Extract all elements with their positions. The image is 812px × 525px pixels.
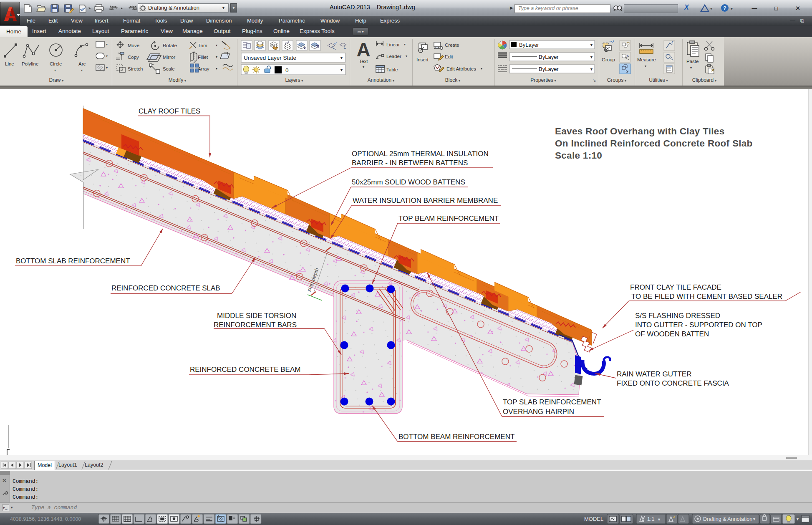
svg-text:▼: ▼ bbox=[590, 55, 593, 59]
svg-text:WATER INSULATION BARRIER MEMBR: WATER INSULATION BARRIER MEMBRANE bbox=[353, 197, 498, 204]
svg-text:Polyline: Polyline bbox=[22, 61, 38, 66]
svg-text:▾: ▾ bbox=[406, 54, 407, 58]
svg-text:+: + bbox=[626, 54, 628, 58]
svg-text:Measure: Measure bbox=[637, 57, 656, 62]
svg-text:?: ? bbox=[723, 5, 726, 11]
svg-text:▾: ▾ bbox=[710, 6, 712, 11]
svg-text:ByLayer: ByLayer bbox=[539, 66, 559, 72]
svg-text:S/S FLASHING DRESSED: S/S FLASHING DRESSED bbox=[635, 312, 720, 320]
svg-text:▾: ▾ bbox=[216, 67, 217, 71]
svg-text:Drafting & Annotation: Drafting & Annotation bbox=[703, 516, 752, 522]
svg-text:Unsaved Layer State: Unsaved Layer State bbox=[244, 55, 296, 61]
svg-text:Table: Table bbox=[386, 67, 398, 72]
svg-text:Stretch: Stretch bbox=[128, 66, 143, 71]
svg-text:RAIN WATER GUTTER: RAIN WATER GUTTER bbox=[617, 370, 691, 378]
svg-text:▾: ▾ bbox=[481, 67, 482, 71]
svg-text:REINFORCEMENT BARS: REINFORCEMENT BARS bbox=[214, 321, 297, 329]
svg-text:REINFORCED CONCRETE BEAM: REINFORCED CONCRETE BEAM bbox=[190, 366, 300, 374]
svg-text:MIDDLE SIDE TORSION: MIDDLE SIDE TORSION bbox=[217, 312, 296, 320]
svg-text:▾: ▾ bbox=[81, 68, 83, 72]
svg-text:OVERHANG HAIRPIN: OVERHANG HAIRPIN bbox=[503, 408, 574, 416]
svg-text:Leader: Leader bbox=[386, 54, 401, 59]
svg-text:Group: Group bbox=[602, 57, 615, 62]
svg-text:REINFORCED CONCRETE SLAB: REINFORCED CONCRETE SLAB bbox=[111, 284, 220, 292]
svg-text:▼: ▼ bbox=[340, 68, 343, 72]
svg-text:On Inclined Reinforced Concre: On Inclined Reinforced Concrete Roof Sla… bbox=[555, 138, 753, 149]
svg-text:FRONT CLAY TILE FACADE: FRONT CLAY TILE FACADE bbox=[630, 283, 721, 291]
svg-text:Fillet: Fillet bbox=[198, 55, 208, 60]
svg-text:▾: ▾ bbox=[106, 43, 108, 46]
svg-text:Scale 1:10: Scale 1:10 bbox=[555, 150, 602, 161]
svg-text:▾: ▾ bbox=[106, 54, 108, 58]
svg-text:Edit Attributes: Edit Attributes bbox=[446, 66, 476, 71]
svg-text:Paste: Paste bbox=[686, 59, 699, 64]
svg-text:▾: ▾ bbox=[106, 66, 108, 70]
svg-text:Create: Create bbox=[445, 43, 459, 48]
svg-text:Array: Array bbox=[198, 66, 209, 71]
svg-text:▾: ▾ bbox=[690, 66, 692, 70]
svg-text:Rotate: Rotate bbox=[163, 43, 177, 48]
svg-text:Eaves Roof Overhang with Clay: Eaves Roof Overhang with Clay Tiles bbox=[555, 126, 724, 136]
svg-text:▾: ▾ bbox=[216, 43, 217, 47]
svg-text:▼: ▼ bbox=[590, 67, 593, 71]
svg-text:Trim: Trim bbox=[198, 43, 207, 48]
svg-text:Copy: Copy bbox=[128, 55, 139, 60]
svg-text:1:1: 1:1 bbox=[647, 516, 654, 522]
svg-text:▾: ▾ bbox=[216, 55, 217, 59]
svg-text:ByLayer: ByLayer bbox=[539, 54, 559, 60]
svg-text:▼: ▼ bbox=[796, 517, 799, 521]
svg-text:Line: Line bbox=[5, 61, 14, 66]
svg-text:Insert: Insert bbox=[416, 57, 429, 62]
svg-text:CLAY ROOF TILES: CLAY ROOF TILES bbox=[139, 107, 200, 115]
svg-text:BOTTOM BEAM REINFORCEMENT: BOTTOM BEAM REINFORCEMENT bbox=[398, 433, 514, 441]
svg-text:TO BE FILED WITH CEMENT BASED: TO BE FILED WITH CEMENT BASED SEALER bbox=[631, 293, 782, 300]
svg-text:▼: ▼ bbox=[590, 43, 593, 47]
svg-text:▾: ▾ bbox=[645, 64, 646, 68]
svg-text:50x25mm SOLID WOOD BATTENS: 50x25mm SOLID WOOD BATTENS bbox=[352, 178, 465, 186]
svg-text:Mirror: Mirror bbox=[163, 55, 175, 60]
svg-text:BARRIER - IN BETWEEN BATTENS: BARRIER - IN BETWEEN BATTENS bbox=[352, 159, 468, 167]
svg-text:▼: ▼ bbox=[657, 517, 661, 522]
svg-text:Scale: Scale bbox=[163, 66, 175, 71]
svg-text:OPTIONAL 25mm THERMAL INSULATI: OPTIONAL 25mm THERMAL INSULATION bbox=[352, 150, 489, 158]
svg-text:Move: Move bbox=[128, 43, 139, 48]
svg-text:▾: ▾ bbox=[731, 6, 733, 11]
svg-text:INTO GUTTER - SUPPORTED ON TOP: INTO GUTTER - SUPPORTED ON TOP bbox=[635, 321, 762, 329]
svg-text:▼: ▼ bbox=[340, 56, 343, 60]
svg-text:TOP SLAB REINFORCEMENT: TOP SLAB REINFORCEMENT bbox=[503, 398, 601, 406]
svg-text:FIXED ONTO CONCRETE FASCIA: FIXED ONTO CONCRETE FASCIA bbox=[617, 379, 729, 387]
svg-text:▾: ▾ bbox=[54, 68, 56, 72]
svg-text:Linear: Linear bbox=[386, 42, 400, 47]
svg-text:Arc: Arc bbox=[78, 61, 86, 66]
svg-text:BOTTOM SLAB REINFORCEMENT: BOTTOM SLAB REINFORCEMENT bbox=[16, 257, 130, 265]
svg-text:0: 0 bbox=[285, 67, 289, 73]
svg-text:Circle: Circle bbox=[50, 61, 62, 66]
svg-text:OF WOODEN BATTEN: OF WOODEN BATTEN bbox=[635, 330, 709, 338]
svg-text:TOP BEAM REINFORCEMENT: TOP BEAM REINFORCEMENT bbox=[398, 215, 499, 222]
svg-text:▼: ▼ bbox=[752, 517, 756, 521]
svg-text:ByLayer: ByLayer bbox=[519, 42, 539, 48]
svg-text:Edit: Edit bbox=[445, 54, 454, 59]
svg-text:▾: ▾ bbox=[404, 43, 406, 46]
